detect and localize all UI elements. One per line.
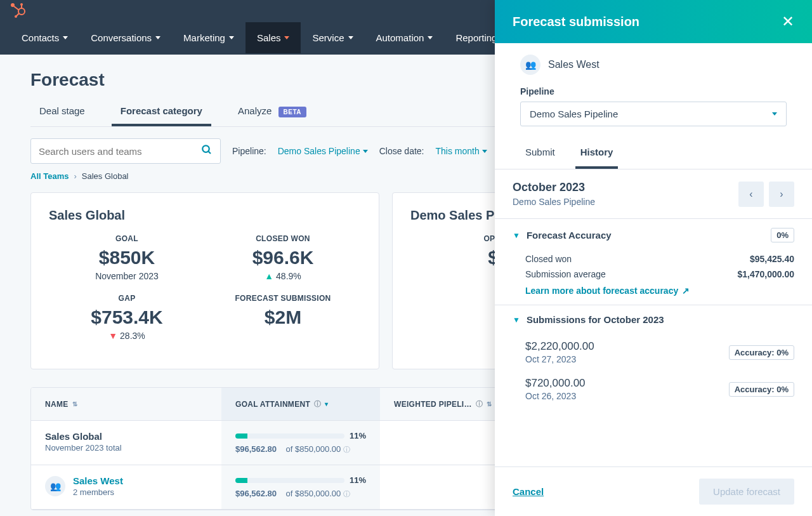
row-name[interactable]: Sales West	[73, 475, 123, 486]
submission-avg-row: Submission average $1,470,000.00	[495, 267, 812, 282]
panel-body: 👥 Sales West Pipeline Demo Sales Pipelin…	[495, 43, 812, 466]
achieved: $96,562.80	[235, 489, 277, 498]
tab-submit[interactable]: Submit	[520, 138, 560, 169]
team-row: 👥 Sales West	[520, 55, 787, 75]
info-icon: ⓘ	[343, 490, 350, 498]
forecast-submission-metric: FORECAST SUBMISSION $2M	[205, 294, 361, 341]
nav-service[interactable]: Service	[301, 22, 364, 53]
chevron-down-icon	[63, 36, 68, 39]
update-forecast-button[interactable]: Update forecast	[699, 479, 794, 505]
submission-amount: $2,220,000.00	[525, 340, 594, 353]
nav-contacts[interactable]: Contacts	[10, 22, 79, 53]
breadcrumb-root[interactable]: All Teams	[30, 171, 69, 181]
metric-delta: ▼28.3%	[49, 331, 205, 341]
kv-label: Submission average	[525, 269, 606, 279]
month-selector: October 2023 Demo Sales Pipeline ‹ ›	[495, 169, 812, 218]
goal-metric: GOAL $850K November 2023	[49, 234, 205, 281]
nav-conversations[interactable]: Conversations	[79, 22, 172, 53]
gap-metric: GAP $753.4K ▼28.3%	[49, 294, 205, 341]
progress-bar	[235, 433, 344, 439]
panel-header: Forecast submission ✕	[495, 0, 812, 43]
svg-line-5	[16, 13, 19, 16]
team-name: Sales West	[548, 59, 599, 70]
pipeline-select[interactable]: Demo Sales Pipeline	[520, 102, 787, 126]
caret-down-icon[interactable]: ▼	[513, 315, 520, 324]
cell-name: Sales GlobalNovember 2023 total	[31, 421, 221, 465]
submissions-section: ▼ Submissions for October 2023	[495, 305, 812, 334]
info-icon: ⓘ	[476, 399, 483, 409]
row-name: Sales Global	[45, 431, 122, 442]
chevron-down-icon	[428, 36, 433, 39]
tab-deal-stage[interactable]: Deal stage	[30, 98, 94, 126]
sort-icon: ⇅	[72, 400, 77, 407]
caret-down-icon[interactable]: ▼	[513, 231, 520, 240]
metric-sub: November 2023	[49, 271, 205, 281]
chevron-down-icon	[772, 112, 777, 116]
tab-forecast-category[interactable]: Forecast category	[112, 98, 211, 126]
beta-badge: BETA	[278, 107, 306, 117]
kv-value: $1,470,000.00	[737, 269, 794, 279]
chevron-down-icon	[348, 36, 353, 39]
nav-label: Sales	[257, 32, 281, 43]
prev-month-button[interactable]: ‹	[738, 182, 764, 207]
submission-item: $2,220,000.00Oct 27, 2023Accuracy: 0%	[495, 334, 812, 371]
svg-point-4	[20, 3, 23, 6]
percent: 11%	[350, 431, 366, 440]
th-name[interactable]: NAME⇅	[31, 388, 221, 420]
closed-won-metric: CLOSED WON $96.6K ▲48.9%	[205, 234, 361, 281]
forecast-accuracy-section: ▼ Forecast Accuracy 0%	[495, 219, 812, 251]
chevron-down-icon	[482, 150, 487, 153]
row-sub: November 2023 total	[45, 443, 122, 453]
nav-label: Automation	[376, 32, 424, 43]
svg-line-2	[14, 6, 19, 10]
next-month-button[interactable]: ›	[769, 182, 794, 207]
section-title: Submissions for October 2023	[527, 314, 794, 325]
cell-goal: 11%$96,562.80 of $850,000.00 ⓘ	[221, 421, 380, 465]
submission-item: $720,000.00Oct 26, 2023Accuracy: 0%	[495, 371, 812, 407]
tab-analyze[interactable]: Analyze BETA	[229, 98, 315, 126]
sort-icon: ⇅	[487, 400, 492, 407]
metric-value: $753.4K	[49, 307, 205, 328]
triangle-down-icon: ▼	[108, 331, 117, 341]
achieved: $96,562.80	[235, 444, 277, 454]
submission-date: Oct 27, 2023	[525, 354, 594, 364]
nav-marketing[interactable]: Marketing	[172, 22, 246, 53]
accuracy-badge: Accuracy: 0%	[729, 382, 794, 397]
search-icon[interactable]	[201, 144, 213, 159]
nav-label: Reporting	[455, 32, 497, 43]
panel-tabs: Submit History	[495, 138, 812, 169]
of-goal: of $850,000.00	[286, 444, 341, 454]
percent: 11%	[350, 475, 366, 485]
kv-value: $95,425.40	[750, 254, 794, 264]
row-sub: 2 members	[73, 487, 123, 497]
cancel-link[interactable]: Cancel	[513, 486, 544, 497]
month-title: October 2023	[513, 181, 595, 194]
accuracy-badge: 0%	[771, 228, 794, 242]
pipeline-field-label: Pipeline	[520, 86, 787, 96]
svg-point-7	[202, 145, 209, 152]
pipeline-filter[interactable]: Demo Sales Pipeline	[278, 146, 368, 156]
submission-amount: $720,000.00	[525, 377, 586, 390]
kv-label: Closed won	[525, 254, 572, 264]
sales-global-card: Sales Global GOAL $850K November 2023 CL…	[30, 192, 379, 369]
search-box[interactable]	[30, 138, 221, 164]
th-goal-attainment[interactable]: GOAL ATTAINMENTⓘ▾	[221, 388, 380, 420]
close-date-filter[interactable]: This month	[436, 146, 487, 156]
search-input[interactable]	[39, 146, 201, 157]
tab-history[interactable]: History	[575, 138, 619, 169]
chevron-right-icon: ›	[74, 171, 76, 181]
close-icon[interactable]: ✕	[782, 13, 794, 30]
external-link-icon: ↗	[682, 286, 690, 296]
chevron-down-icon	[155, 36, 160, 39]
learn-more-link[interactable]: Learn more about forecast accuracy ↗	[495, 282, 812, 305]
sort-down-icon: ▾	[325, 400, 328, 407]
metric-label: GAP	[49, 294, 205, 303]
of-goal: of $850,000.00	[286, 489, 341, 498]
metric-value: $96.6K	[205, 247, 361, 268]
nav-automation[interactable]: Automation	[365, 22, 445, 53]
metric-label: GOAL	[49, 234, 205, 243]
card-title: Sales Global	[49, 208, 361, 223]
triangle-up-icon: ▲	[265, 271, 273, 281]
nav-label: Conversations	[91, 32, 152, 43]
nav-sales[interactable]: Sales	[246, 22, 301, 53]
